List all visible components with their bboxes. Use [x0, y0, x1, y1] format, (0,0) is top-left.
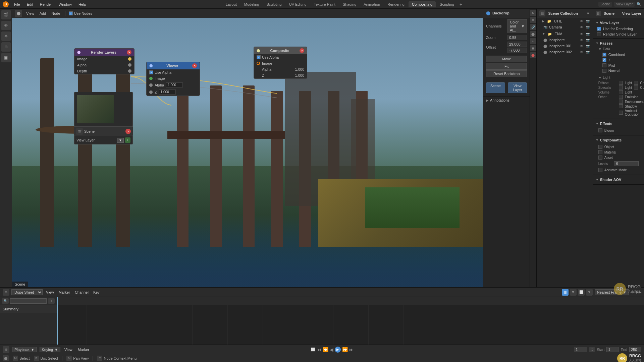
add-workspace-button[interactable]: +: [458, 2, 464, 7]
timeline-type-selector[interactable]: Dope Sheet Timeline Graph Editor: [11, 289, 43, 295]
material-checkbox[interactable]: [598, 150, 602, 154]
tab-rendering[interactable]: Rendering: [384, 1, 408, 7]
ne-menu-add[interactable]: Add: [38, 11, 48, 16]
tl-menu-channel[interactable]: Channel: [73, 290, 90, 295]
nw-icon-3[interactable]: 🔗: [530, 24, 536, 30]
viewer-close[interactable]: ✕: [192, 63, 197, 68]
render-layers-close[interactable]: ✕: [127, 50, 131, 55]
camera-visibility[interactable]: 👁: [580, 25, 583, 29]
tl-filter-icon-2[interactable]: ⚑: [570, 289, 577, 296]
view-layer-selector-mini[interactable]: View Layer: [614, 2, 635, 7]
cryptomatte-section-header[interactable]: ▼ Cryptomatte: [593, 137, 644, 143]
view-layer-dropdown[interactable]: ▼: [117, 138, 124, 143]
effects-section-header[interactable]: ▼ Effects: [593, 120, 644, 127]
move-button[interactable]: Move: [486, 56, 527, 62]
tab-modeling[interactable]: Modeling: [241, 1, 263, 7]
play-button[interactable]: ▶: [335, 347, 341, 353]
combined-checkbox[interactable]: ✓: [602, 53, 606, 57]
bloom-checkbox[interactable]: [598, 128, 602, 132]
jump-start-button[interactable]: ⏮: [317, 347, 321, 352]
play-backward-button[interactable]: ◀: [330, 347, 333, 352]
offset-x-value[interactable]: 29.000: [507, 42, 527, 47]
offset-y-value[interactable]: -7.000: [507, 48, 527, 53]
nw-icon-2[interactable]: ⚙: [530, 17, 536, 23]
nw-icon-4[interactable]: ⬤: [530, 31, 536, 37]
environment-checkbox[interactable]: [619, 100, 623, 104]
composite-use-alpha-checkbox[interactable]: ✓: [257, 55, 261, 59]
sidebar-zoom-icon[interactable]: ⊕: [1, 42, 11, 52]
tl-filter-icon-3[interactable]: ⬜: [578, 289, 585, 296]
use-for-rendering-checkbox[interactable]: ✓: [597, 27, 601, 31]
ico001-render-vis[interactable]: 📷: [586, 44, 590, 48]
pb-mode-icon[interactable]: ⊕: [3, 346, 9, 353]
util-render-vis[interactable]: 📷: [586, 19, 590, 23]
start-frame-input[interactable]: [606, 347, 619, 352]
diffuse-light-checkbox[interactable]: [619, 81, 623, 85]
menu-render[interactable]: Render: [39, 2, 53, 7]
zoom-value[interactable]: 0.58: [507, 35, 527, 40]
node-editor-type-icon[interactable]: ⬤: [15, 10, 22, 17]
ico002-visibility[interactable]: 👁: [580, 50, 583, 54]
next-frame-button[interactable]: ⏩: [342, 347, 348, 352]
use-nodes-toggle[interactable]: ✓ Use Nodes: [69, 11, 92, 15]
render-single-layer-checkbox[interactable]: [597, 32, 601, 36]
tab-uv-editing[interactable]: UV Editing: [286, 1, 310, 7]
viewer-use-alpha-checkbox[interactable]: ✓: [149, 70, 153, 74]
pb-clock-icon[interactable]: ⏱: [589, 347, 595, 352]
sidebar-move-icon[interactable]: ✥: [1, 32, 11, 41]
shadow-checkbox[interactable]: [619, 104, 623, 108]
normal-checkbox[interactable]: [602, 69, 606, 73]
ico002-render-vis[interactable]: 📷: [586, 50, 590, 54]
prev-frame-button[interactable]: ⏪: [323, 347, 328, 352]
blender-logo[interactable]: B: [3, 1, 9, 7]
scene-selector-mini[interactable]: Scene: [598, 2, 612, 7]
menu-file[interactable]: File: [13, 2, 21, 7]
sc-item-icosphere-002[interactable]: ⬤ Icosphere.002 👁 📷: [537, 49, 592, 55]
sc-item-util[interactable]: ▶ 📁 UTIL 👁 📷: [537, 18, 592, 24]
menu-window[interactable]: Window: [57, 2, 73, 7]
tl-frame-input-mini[interactable]: 1: [48, 298, 55, 304]
keying-dropdown[interactable]: Keying ▼: [40, 347, 61, 352]
pb-menu-view[interactable]: View: [63, 347, 74, 352]
sidebar-view-icon[interactable]: 👁: [1, 21, 11, 30]
ne-menu-node[interactable]: Node: [50, 11, 61, 16]
mode-icon[interactable]: ⬤: [3, 355, 9, 361]
tl-menu-key[interactable]: Key: [92, 290, 101, 295]
env-visibility[interactable]: 👁: [580, 32, 583, 36]
sc-filter-icon[interactable]: ▼: [586, 11, 590, 15]
sidebar-compositing-icon[interactable]: 🎬: [1, 10, 11, 19]
emission-checkbox[interactable]: [619, 95, 623, 99]
levels-value[interactable]: 6: [614, 161, 639, 166]
diffuse-color-checkbox[interactable]: [634, 81, 638, 85]
accurate-mode-checkbox[interactable]: [598, 168, 602, 172]
z-checkbox[interactable]: ✓: [602, 58, 606, 62]
tab-compositing[interactable]: Compositing: [409, 1, 436, 7]
ico-render-vis[interactable]: 📷: [586, 38, 590, 42]
view-layer-panel-button[interactable]: View Layer: [508, 82, 527, 93]
channels-dropdown[interactable]: Color and Al... ▼: [507, 19, 527, 33]
jump-end-button[interactable]: ⏭: [349, 347, 354, 352]
camera-render-vis[interactable]: 📷: [586, 25, 590, 29]
sc-item-camera[interactable]: 📷 Camera 👁 📷: [537, 24, 592, 30]
env-render-vis[interactable]: 📷: [586, 32, 590, 36]
ico-visibility[interactable]: 👁: [580, 38, 583, 42]
nw-icon-5[interactable]: ✦: [530, 38, 536, 44]
menu-help[interactable]: Help: [77, 2, 88, 7]
sc-icon[interactable]: ▦: [539, 10, 545, 16]
reset-backdrop-button[interactable]: Reset Backdrop: [486, 70, 527, 77]
tl-search-input[interactable]: [10, 298, 47, 304]
specular-light-checkbox[interactable]: [619, 85, 623, 89]
viewer-z-input[interactable]: [159, 89, 176, 95]
tab-layout[interactable]: Layout: [222, 1, 240, 7]
view-layer-section-header[interactable]: ▼ View Layer: [593, 19, 644, 26]
scene-panel-button[interactable]: Scene: [486, 82, 505, 93]
tl-search-icon[interactable]: 🔍: [2, 298, 9, 304]
tab-shading[interactable]: Shading: [339, 1, 360, 7]
view-layer-add[interactable]: +: [125, 137, 130, 143]
tab-sculpting[interactable]: Sculpting: [263, 1, 285, 7]
tab-scripting[interactable]: Scripting: [436, 1, 458, 7]
util-visibility[interactable]: 👁: [580, 19, 583, 23]
scene-node-icon[interactable]: 🎬: [76, 128, 83, 135]
playback-dropdown[interactable]: Playback ▼: [12, 347, 37, 352]
tl-menu-marker[interactable]: Marker: [57, 290, 71, 295]
